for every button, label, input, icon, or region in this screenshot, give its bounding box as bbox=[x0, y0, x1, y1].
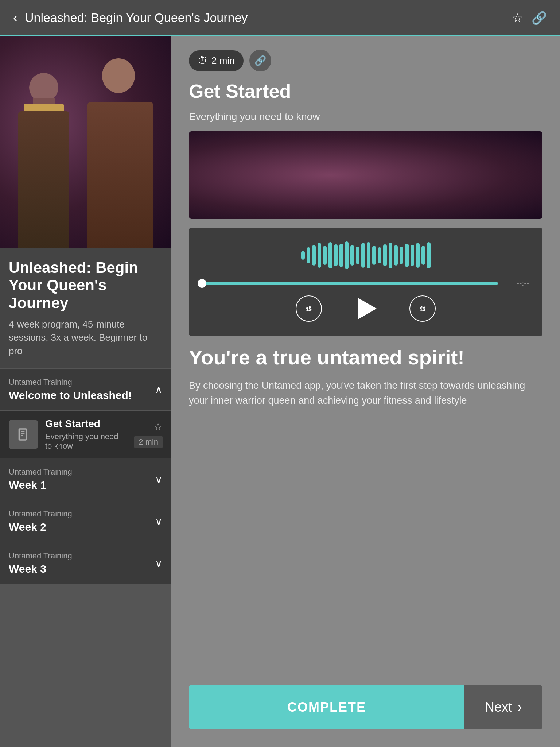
accordion-label-week1: Untamed Training bbox=[9, 467, 72, 477]
waveform-bar bbox=[307, 247, 310, 263]
lesson-item-get-started[interactable]: Get Started Everything you need to know … bbox=[0, 410, 171, 458]
accordion-label-welcome: Untamed Training bbox=[9, 378, 132, 387]
duration-badge-text: 2 min bbox=[211, 55, 235, 66]
waveform-bar bbox=[367, 242, 370, 268]
audio-player: --:-- ↺ 15 ↻ 15 bbox=[189, 228, 542, 336]
waveform-bar bbox=[400, 247, 403, 264]
play-triangle-icon bbox=[358, 298, 377, 320]
content-badges: ⏱ 2 min 🔗 bbox=[189, 50, 542, 71]
waveform-bar bbox=[339, 244, 343, 267]
next-button[interactable]: Next › bbox=[464, 685, 542, 729]
spirit-body: By choosing the Untamed app, you've take… bbox=[189, 378, 542, 408]
waveform-bar bbox=[328, 242, 332, 268]
link-badge[interactable]: 🔗 bbox=[249, 50, 271, 71]
waveform-bar bbox=[356, 247, 359, 264]
lesson-duration: 2 min bbox=[134, 436, 163, 448]
back-button[interactable]: ‹ bbox=[13, 11, 18, 24]
play-button[interactable] bbox=[351, 294, 380, 323]
waveform-bar bbox=[383, 244, 387, 266]
accordion-section-week1: Untamed Training Week 1 ∨ bbox=[0, 458, 171, 500]
progress-thumb[interactable] bbox=[198, 279, 206, 288]
waveform-bar bbox=[350, 245, 354, 266]
waveform-bar bbox=[405, 244, 409, 267]
waveform-bar bbox=[301, 251, 305, 260]
accordion-title-week1: Week 1 bbox=[9, 479, 72, 491]
left-panel: Unleashed: Begin Your Queen's Journey 4-… bbox=[0, 36, 171, 747]
waveform-bar bbox=[421, 246, 425, 265]
waveform-bar bbox=[378, 247, 381, 263]
content-title: Get Started bbox=[189, 80, 542, 102]
accordion-header-week2[interactable]: Untamed Training Week 2 ∨ bbox=[0, 500, 171, 542]
accordion-title-welcome: Welcome to Unleashed! bbox=[9, 389, 132, 402]
progress-track[interactable] bbox=[202, 282, 498, 285]
waveform-bar bbox=[427, 242, 431, 268]
warrior-figures bbox=[0, 36, 171, 248]
content-subtitle: Everything you need to know bbox=[189, 111, 542, 123]
accordion-section-week3: Untamed Training Week 3 ∨ bbox=[0, 542, 171, 584]
accordion-header-week3[interactable]: Untamed Training Week 3 ∨ bbox=[0, 542, 171, 584]
progress-row: --:-- bbox=[202, 279, 529, 288]
forward-button[interactable]: ↻ 15 bbox=[409, 295, 436, 322]
waveform-bar bbox=[411, 245, 414, 266]
right-panel: ⏱ 2 min 🔗 Get Started Everything you nee… bbox=[171, 36, 560, 747]
next-label: Next bbox=[485, 700, 512, 715]
rewind-button[interactable]: ↺ 15 bbox=[296, 295, 322, 322]
header-left: ‹ Unleashed: Begin Your Queen's Journey bbox=[13, 11, 248, 25]
complete-button[interactable]: COMPLETE bbox=[189, 685, 464, 729]
chevron-down-icon: ∨ bbox=[155, 473, 163, 485]
bottom-actions: COMPLETE Next › bbox=[189, 685, 542, 729]
accordion-label-week3: Untamed Training bbox=[9, 551, 72, 561]
lesson-subtitle: Everything you need to know bbox=[45, 432, 127, 451]
lesson-icon-box bbox=[9, 420, 38, 449]
book-icon bbox=[16, 427, 31, 442]
hero-image bbox=[0, 36, 171, 248]
lesson-star-icon[interactable]: ☆ bbox=[153, 421, 163, 433]
accordion-title-week2: Week 2 bbox=[9, 521, 72, 533]
lesson-name: Get Started bbox=[45, 418, 127, 430]
accordion-header-week1[interactable]: Untamed Training Week 1 ∨ bbox=[0, 458, 171, 500]
chevron-down-icon-2: ∨ bbox=[155, 515, 163, 527]
duration-badge: ⏱ 2 min bbox=[189, 50, 244, 71]
waveform-bar bbox=[394, 245, 398, 266]
waveform-bar bbox=[361, 243, 365, 268]
waveform-bar bbox=[416, 243, 420, 268]
waveform bbox=[202, 241, 529, 270]
waveform-bar bbox=[389, 243, 392, 268]
accordion-section-welcome: Untamed Training Welcome to Unleashed! ∧… bbox=[0, 368, 171, 458]
spirit-title: You're a true untamed spirit! bbox=[189, 345, 542, 369]
chevron-up-icon: ∧ bbox=[155, 384, 163, 396]
header-right: ☆ 🔗 bbox=[512, 11, 547, 25]
waveform-bar bbox=[334, 244, 338, 266]
clock-icon: ⏱ bbox=[198, 55, 208, 67]
program-info: Unleashed: Begin Your Queen's Journey 4-… bbox=[0, 248, 171, 368]
sidebar-accordion: Untamed Training Welcome to Unleashed! ∧… bbox=[0, 368, 171, 584]
bookmark-icon[interactable]: ☆ bbox=[512, 11, 523, 25]
accordion-section-week2: Untamed Training Week 2 ∨ bbox=[0, 500, 171, 542]
waveform-bar bbox=[312, 245, 316, 266]
accordion-label-week2: Untamed Training bbox=[9, 509, 72, 519]
warrior-right bbox=[80, 51, 160, 248]
program-title: Unleashed: Begin Your Queen's Journey bbox=[9, 259, 163, 312]
main-layout: Unleashed: Begin Your Queen's Journey 4-… bbox=[0, 36, 560, 747]
warrior-left bbox=[7, 58, 80, 248]
waveform-bar bbox=[372, 246, 376, 265]
accordion-title-week3: Week 3 bbox=[9, 563, 72, 575]
next-arrow-icon: › bbox=[518, 700, 522, 715]
header: ‹ Unleashed: Begin Your Queen's Journey … bbox=[0, 0, 560, 36]
waveform-bar bbox=[345, 241, 349, 269]
player-controls: --:-- ↺ 15 ↻ 15 bbox=[202, 279, 529, 323]
waveform-bar bbox=[323, 246, 327, 265]
share-icon[interactable]: 🔗 bbox=[532, 11, 547, 25]
waveform-bar bbox=[318, 243, 321, 268]
accordion-header-welcome[interactable]: Untamed Training Welcome to Unleashed! ∧ bbox=[0, 369, 171, 410]
chevron-down-icon-3: ∨ bbox=[155, 557, 163, 569]
content-thumbnail bbox=[189, 131, 542, 219]
header-title: Unleashed: Begin Your Queen's Journey bbox=[25, 11, 248, 25]
progress-time: --:-- bbox=[504, 279, 529, 288]
controls-row: ↺ 15 ↻ 15 bbox=[202, 294, 529, 323]
program-description: 4-week program, 45-minute sessions, 3x a… bbox=[9, 318, 163, 357]
